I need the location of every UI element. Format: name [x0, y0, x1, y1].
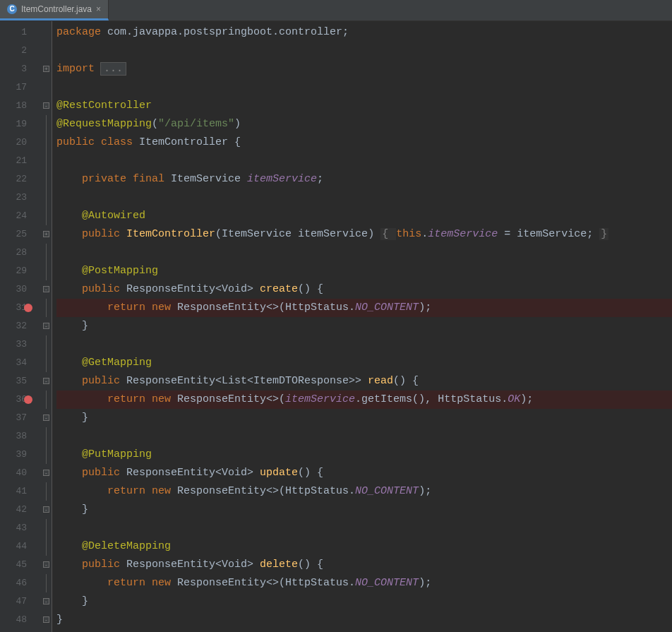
java-class-icon: C [7, 4, 17, 14]
line-number[interactable]: 2 [0, 42, 42, 60]
fold-toggle-icon[interactable]: - [43, 506, 49, 513]
code-line[interactable]: } [56, 592, 672, 611]
fold-cell [42, 23, 52, 42]
code-line[interactable]: public ResponseEntity<Void> create() { [56, 280, 672, 299]
line-number[interactable]: 43 [0, 519, 42, 537]
line-number[interactable]: 48 [0, 611, 42, 629]
code-area[interactable]: package com.javappa.postspringboot.contr… [52, 21, 672, 632]
code-line[interactable]: public ResponseEntity<List<ItemDTORespon… [56, 372, 672, 390]
fold-cell [42, 519, 52, 537]
line-number[interactable]: 19 [0, 115, 42, 133]
code-line[interactable]: public ResponseEntity<Void> delete() { [56, 556, 672, 574]
code-line[interactable] [56, 78, 672, 97]
code-line[interactable]: private final ItemService itemService; [56, 170, 672, 189]
code-line[interactable]: } [56, 611, 672, 629]
gutter[interactable]: 1231718192021222324252829303132333435363… [0, 21, 42, 632]
line-number[interactable]: 23 [0, 189, 42, 207]
line-number[interactable]: 39 [0, 446, 42, 464]
fold-cell [42, 574, 52, 592]
code-line[interactable] [56, 519, 672, 537]
file-tab-itemcontroller[interactable]: C ItemController.java × [0, 0, 109, 20]
fold-toggle-icon[interactable]: - [43, 561, 49, 568]
code-line[interactable] [56, 244, 672, 262]
line-number[interactable]: 36 [0, 390, 42, 409]
line-number[interactable]: 41 [0, 482, 42, 501]
fold-toggle-icon[interactable]: - [43, 616, 49, 623]
code-line[interactable]: @DeleteMapping [56, 537, 672, 556]
code-line[interactable]: } [56, 317, 672, 335]
fold-cell [42, 152, 52, 170]
fold-toggle-icon[interactable]: - [43, 323, 49, 329]
fold-cell [42, 170, 52, 189]
fold-cell [42, 262, 52, 280]
line-number[interactable]: 44 [0, 537, 42, 556]
fold-toggle-icon[interactable]: - [43, 102, 49, 109]
code-line[interactable]: @Autowired [56, 207, 672, 225]
code-line[interactable]: @PostMapping [56, 262, 672, 280]
code-line[interactable]: @PutMapping [56, 446, 672, 464]
line-number[interactable]: 37 [0, 409, 42, 427]
code-line[interactable]: @GetMapping [56, 354, 672, 372]
fold-cell: - [42, 280, 52, 299]
line-number[interactable]: 30 [0, 280, 42, 299]
code-line[interactable] [56, 42, 672, 60]
line-number[interactable]: 1 [0, 23, 42, 42]
code-line[interactable]: public class ItemController { [56, 133, 672, 152]
fold-cell [42, 207, 52, 225]
line-number[interactable]: 20 [0, 133, 42, 152]
fold-cell: - [42, 464, 52, 482]
fold-toggle-icon[interactable]: + [43, 66, 49, 72]
fold-toggle-icon[interactable]: - [43, 470, 49, 476]
code-line[interactable]: public ItemController(ItemService itemSe… [56, 225, 672, 244]
line-number[interactable]: 32 [0, 317, 42, 335]
line-number[interactable]: 35 [0, 372, 42, 390]
line-number[interactable]: 29 [0, 262, 42, 280]
code-line[interactable]: return new ResponseEntity<>(HttpStatus.N… [56, 482, 672, 501]
fold-cell: - [42, 317, 52, 335]
code-line[interactable]: return new ResponseEntity<>(HttpStatus.N… [56, 299, 672, 317]
code-line[interactable]: return new ResponseEntity<>(HttpStatus.N… [56, 574, 672, 592]
fold-toggle-icon[interactable]: - [43, 378, 49, 384]
code-line[interactable] [56, 427, 672, 446]
code-line[interactable]: @RequestMapping("/api/items") [56, 115, 672, 133]
line-number[interactable]: 22 [0, 170, 42, 189]
line-number[interactable]: 24 [0, 207, 42, 225]
line-number[interactable]: 45 [0, 556, 42, 574]
line-number[interactable]: 42 [0, 501, 42, 519]
code-line[interactable] [56, 335, 672, 354]
line-number[interactable]: 17 [0, 78, 42, 97]
code-line[interactable]: @RestController [56, 97, 672, 115]
line-number[interactable]: 28 [0, 244, 42, 262]
fold-column[interactable]: +-+--------- [42, 21, 52, 632]
fold-cell [42, 446, 52, 464]
line-number[interactable]: 40 [0, 464, 42, 482]
line-number[interactable]: 3 [0, 60, 42, 78]
line-number[interactable]: 47 [0, 592, 42, 611]
code-editor[interactable]: 1231718192021222324252829303132333435363… [0, 21, 672, 632]
fold-toggle-icon[interactable]: + [43, 231, 49, 237]
code-line[interactable]: package com.javappa.postspringboot.contr… [56, 23, 672, 42]
code-line[interactable]: public ResponseEntity<Void> update() { [56, 464, 672, 482]
code-line[interactable]: import ... [56, 60, 672, 78]
close-tab-icon[interactable]: × [96, 0, 101, 18]
line-number[interactable]: 18 [0, 97, 42, 115]
code-line[interactable]: } [56, 501, 672, 519]
line-number[interactable]: 46 [0, 574, 42, 592]
fold-cell: + [42, 60, 52, 78]
code-line[interactable]: return new ResponseEntity<>(itemService.… [56, 390, 672, 409]
code-line[interactable] [56, 152, 672, 170]
fold-toggle-icon[interactable]: - [43, 415, 49, 421]
line-number[interactable]: 25 [0, 225, 42, 244]
code-line[interactable]: } [56, 409, 672, 427]
line-number[interactable]: 31 [0, 299, 42, 317]
line-number[interactable]: 21 [0, 152, 42, 170]
fold-toggle-icon[interactable]: - [43, 598, 49, 604]
code-line[interactable] [56, 189, 672, 207]
fold-cell: - [42, 611, 52, 629]
line-number[interactable]: 38 [0, 427, 42, 446]
fold-cell: - [42, 501, 52, 519]
line-number[interactable]: 34 [0, 354, 42, 372]
fold-toggle-icon[interactable]: - [43, 286, 49, 292]
line-number[interactable]: 33 [0, 335, 42, 354]
fold-cell [42, 482, 52, 501]
